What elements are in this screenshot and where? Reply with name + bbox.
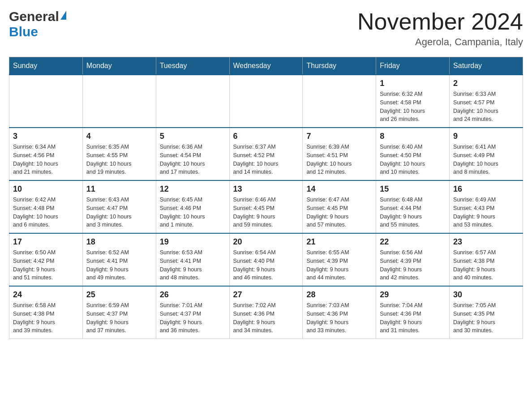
day-info: Sunrise: 6:34 AM Sunset: 4:56 PM Dayligh… <box>13 143 79 176</box>
day-number: 6 <box>233 132 299 141</box>
calendar-cell: 15Sunrise: 6:48 AM Sunset: 4:44 PM Dayli… <box>376 180 450 233</box>
calendar-cell <box>82 75 156 128</box>
day-info: Sunrise: 6:49 AM Sunset: 4:43 PM Dayligh… <box>453 196 519 229</box>
calendar-week-row: 3Sunrise: 6:34 AM Sunset: 4:56 PM Daylig… <box>9 128 523 180</box>
calendar-table: SundayMondayTuesdayWednesdayThursdayFrid… <box>9 57 523 339</box>
day-number: 24 <box>13 290 79 300</box>
day-number: 28 <box>306 290 372 300</box>
day-number: 12 <box>160 184 226 194</box>
day-info: Sunrise: 6:58 AM Sunset: 4:38 PM Dayligh… <box>13 301 79 335</box>
day-info: Sunrise: 6:42 AM Sunset: 4:48 PM Dayligh… <box>13 196 79 229</box>
day-number: 30 <box>453 290 519 300</box>
day-number: 29 <box>380 290 446 300</box>
day-info: Sunrise: 6:48 AM Sunset: 4:44 PM Dayligh… <box>380 196 446 229</box>
calendar-cell: 3Sunrise: 6:34 AM Sunset: 4:56 PM Daylig… <box>9 128 83 180</box>
title-block: November 2024 Agerola, Campania, Italy <box>357 9 523 48</box>
calendar-cell: 8Sunrise: 6:40 AM Sunset: 4:50 PM Daylig… <box>376 128 450 180</box>
calendar-day-header: Saturday <box>450 57 523 75</box>
month-title: November 2024 <box>357 9 523 34</box>
day-number: 19 <box>160 237 226 247</box>
day-info: Sunrise: 6:59 AM Sunset: 4:37 PM Dayligh… <box>86 301 152 335</box>
day-number: 23 <box>453 237 519 247</box>
calendar-cell: 30Sunrise: 7:05 AM Sunset: 4:35 PM Dayli… <box>450 286 523 339</box>
day-info: Sunrise: 7:03 AM Sunset: 4:36 PM Dayligh… <box>306 301 372 335</box>
calendar-cell: 19Sunrise: 6:53 AM Sunset: 4:41 PM Dayli… <box>156 233 229 286</box>
day-info: Sunrise: 6:35 AM Sunset: 4:55 PM Dayligh… <box>86 143 152 176</box>
day-info: Sunrise: 6:53 AM Sunset: 4:41 PM Dayligh… <box>160 248 226 282</box>
location-text: Agerola, Campania, Italy <box>357 36 523 48</box>
day-number: 15 <box>380 184 446 194</box>
day-number: 16 <box>453 184 519 194</box>
day-number: 3 <box>13 132 79 141</box>
logo-arrow-icon <box>60 11 66 20</box>
page-header: General Blue November 2024 Agerola, Camp… <box>9 9 523 48</box>
day-info: Sunrise: 7:01 AM Sunset: 4:37 PM Dayligh… <box>160 301 226 335</box>
day-number: 7 <box>306 132 372 141</box>
calendar-week-row: 17Sunrise: 6:50 AM Sunset: 4:42 PM Dayli… <box>9 233 523 286</box>
calendar-cell: 14Sunrise: 6:47 AM Sunset: 4:45 PM Dayli… <box>303 180 376 233</box>
day-number: 17 <box>13 237 79 247</box>
day-number: 13 <box>233 184 299 194</box>
calendar-cell: 7Sunrise: 6:39 AM Sunset: 4:51 PM Daylig… <box>303 128 376 180</box>
day-info: Sunrise: 6:36 AM Sunset: 4:54 PM Dayligh… <box>160 143 226 176</box>
day-info: Sunrise: 6:32 AM Sunset: 4:58 PM Dayligh… <box>380 90 446 124</box>
calendar-cell: 24Sunrise: 6:58 AM Sunset: 4:38 PM Dayli… <box>9 286 83 339</box>
calendar-cell: 9Sunrise: 6:41 AM Sunset: 4:49 PM Daylig… <box>450 128 523 180</box>
calendar-cell: 20Sunrise: 6:54 AM Sunset: 4:40 PM Dayli… <box>229 233 303 286</box>
day-info: Sunrise: 6:47 AM Sunset: 4:45 PM Dayligh… <box>306 196 372 229</box>
logo-general-text: General <box>9 9 59 24</box>
calendar-cell: 26Sunrise: 7:01 AM Sunset: 4:37 PM Dayli… <box>156 286 229 339</box>
calendar-cell <box>303 75 376 128</box>
day-info: Sunrise: 6:43 AM Sunset: 4:47 PM Dayligh… <box>86 196 152 229</box>
calendar-day-header: Sunday <box>9 57 83 75</box>
day-number: 14 <box>306 184 372 194</box>
day-number: 4 <box>86 132 152 141</box>
calendar-cell: 13Sunrise: 6:46 AM Sunset: 4:45 PM Dayli… <box>229 180 303 233</box>
logo: General Blue <box>9 9 66 39</box>
day-info: Sunrise: 6:56 AM Sunset: 4:39 PM Dayligh… <box>380 248 446 282</box>
day-info: Sunrise: 6:39 AM Sunset: 4:51 PM Dayligh… <box>306 143 372 176</box>
day-info: Sunrise: 7:02 AM Sunset: 4:36 PM Dayligh… <box>233 301 299 335</box>
calendar-week-row: 1Sunrise: 6:32 AM Sunset: 4:58 PM Daylig… <box>9 75 523 128</box>
day-info: Sunrise: 6:37 AM Sunset: 4:52 PM Dayligh… <box>233 143 299 176</box>
calendar-cell: 18Sunrise: 6:52 AM Sunset: 4:41 PM Dayli… <box>82 233 156 286</box>
calendar-cell <box>229 75 303 128</box>
calendar-cell: 23Sunrise: 6:57 AM Sunset: 4:38 PM Dayli… <box>450 233 523 286</box>
calendar-day-header: Friday <box>376 57 450 75</box>
day-number: 10 <box>13 184 79 194</box>
calendar-cell: 11Sunrise: 6:43 AM Sunset: 4:47 PM Dayli… <box>82 180 156 233</box>
day-number: 26 <box>160 290 226 300</box>
calendar-cell: 17Sunrise: 6:50 AM Sunset: 4:42 PM Dayli… <box>9 233 83 286</box>
day-number: 21 <box>306 237 372 247</box>
calendar-day-header: Monday <box>82 57 156 75</box>
day-number: 5 <box>160 132 226 141</box>
day-info: Sunrise: 6:40 AM Sunset: 4:50 PM Dayligh… <box>380 143 446 176</box>
calendar-cell: 25Sunrise: 6:59 AM Sunset: 4:37 PM Dayli… <box>82 286 156 339</box>
day-number: 25 <box>86 290 152 300</box>
calendar-day-header: Wednesday <box>229 57 303 75</box>
calendar-cell <box>9 75 83 128</box>
calendar-cell: 10Sunrise: 6:42 AM Sunset: 4:48 PM Dayli… <box>9 180 83 233</box>
logo-blue-text: Blue <box>9 24 38 39</box>
day-info: Sunrise: 6:55 AM Sunset: 4:39 PM Dayligh… <box>306 248 372 282</box>
day-number: 8 <box>380 132 446 141</box>
calendar-day-header: Thursday <box>303 57 376 75</box>
day-number: 11 <box>86 184 152 194</box>
day-info: Sunrise: 6:33 AM Sunset: 4:57 PM Dayligh… <box>453 90 519 124</box>
calendar-cell: 21Sunrise: 6:55 AM Sunset: 4:39 PM Dayli… <box>303 233 376 286</box>
day-info: Sunrise: 6:57 AM Sunset: 4:38 PM Dayligh… <box>453 248 519 282</box>
calendar-cell: 2Sunrise: 6:33 AM Sunset: 4:57 PM Daylig… <box>450 75 523 128</box>
calendar-cell <box>156 75 229 128</box>
calendar-cell: 29Sunrise: 7:04 AM Sunset: 4:36 PM Dayli… <box>376 286 450 339</box>
day-info: Sunrise: 7:04 AM Sunset: 4:36 PM Dayligh… <box>380 301 446 335</box>
calendar-day-header: Tuesday <box>156 57 229 75</box>
day-info: Sunrise: 6:46 AM Sunset: 4:45 PM Dayligh… <box>233 196 299 229</box>
day-number: 22 <box>380 237 446 247</box>
day-number: 18 <box>86 237 152 247</box>
calendar-cell: 27Sunrise: 7:02 AM Sunset: 4:36 PM Dayli… <box>229 286 303 339</box>
calendar-cell: 4Sunrise: 6:35 AM Sunset: 4:55 PM Daylig… <box>82 128 156 180</box>
calendar-cell: 22Sunrise: 6:56 AM Sunset: 4:39 PM Dayli… <box>376 233 450 286</box>
day-info: Sunrise: 6:45 AM Sunset: 4:46 PM Dayligh… <box>160 196 226 229</box>
day-info: Sunrise: 6:54 AM Sunset: 4:40 PM Dayligh… <box>233 248 299 282</box>
day-number: 1 <box>380 79 446 88</box>
